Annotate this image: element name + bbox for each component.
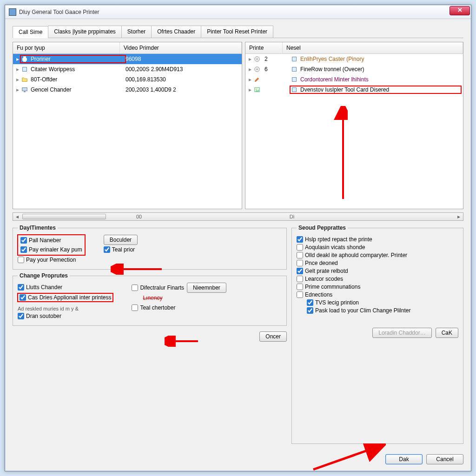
left-row-3[interactable]: ▸ Gencel Chander 200,2003 1,400D9 2	[13, 85, 242, 95]
chk-teal-prior[interactable]: Teal prior	[104, 246, 138, 253]
svg-rect-1	[23, 57, 26, 59]
chk-seoud-4[interactable]: Gelt prate relbotd	[297, 268, 458, 274]
left-row-2[interactable]: ▸ 80T-Offder 000,169.813530	[13, 74, 242, 85]
tab-pinter-reset[interactable]: Pinter Tool Reset Printer	[201, 26, 273, 38]
disc-icon	[253, 55, 261, 63]
tab-storher[interactable]: Storher	[121, 26, 152, 38]
chk-seoud-sub-1[interactable]: Pask load to your Clim Change Plilnter	[307, 307, 458, 314]
scroll-thumb[interactable]	[22, 214, 106, 219]
right-row-3[interactable]: ▸ Dvenstov Iuslpler Tool Card Disered	[245, 85, 463, 95]
chk-cas-dries[interactable]: Cas Dries Applionall inter printess	[18, 293, 113, 302]
chk-llutts-chander[interactable]: Llutts Chander	[18, 284, 113, 291]
dialog-window: Dluy General Tool Gaace Printer ✕ Call S…	[5, 5, 471, 471]
chk-pall-naneber[interactable]: Pall Naneber	[20, 237, 82, 244]
highlight-box-daytimentes: Pall Naneber Pay erinaler Kay pum	[18, 235, 85, 255]
group-change-proprutes: Change Proprutes Llutts Chander Cas Drie…	[13, 272, 287, 326]
monitor-icon	[20, 86, 29, 93]
chk-teal-chertober[interactable]: Teal chertober	[132, 304, 226, 311]
row-name: Dvenstov Iuslpler Tool Card Disered	[300, 86, 389, 93]
expand-icon[interactable]: ▸	[15, 86, 20, 93]
svg-rect-4	[22, 88, 27, 91]
tab-ofrtes[interactable]: Ofrtes Chaader	[151, 26, 201, 38]
expand-icon[interactable]: ▸	[15, 66, 20, 73]
dak-button[interactable]: Dak	[385, 454, 423, 464]
row-name: 80T-Offder	[31, 76, 57, 83]
scroll-right-arrow[interactable]: ▸	[455, 213, 463, 220]
scroll-left-arrow[interactable]: ◂	[13, 213, 21, 220]
left-row-1[interactable]: ▸ Citater Worippess 000,200S 2.90M4D913	[13, 64, 242, 74]
right-row-0[interactable]: ▸ 2 EnlihPryes Caster (Pinory	[245, 54, 463, 64]
chk-seoud-1[interactable]: Aoqulasin vicats shonde	[297, 244, 458, 251]
row-name: Cordontorenl Minter lhihints	[300, 76, 369, 83]
group-seoud-pepprattes: Seoud Pepprattes Hslp rpted repact the p…	[291, 225, 463, 444]
tab-strip: Call Sime Clasks |lysite prppimates Stor…	[13, 26, 463, 38]
close-button[interactable]: ✕	[450, 6, 470, 15]
nieemnber-button[interactable]: Nieemnber	[187, 283, 226, 293]
cak-button[interactable]: CaK	[436, 328, 458, 338]
legend-change: Change Proprutes	[18, 272, 70, 279]
expand-icon[interactable]: ▸	[247, 86, 253, 93]
col-header-left-a[interactable]: Fu por tyup	[13, 42, 120, 53]
sublabel-change: Ad reskled muries id m y &	[18, 306, 113, 311]
expand-icon[interactable]: ▸	[247, 56, 253, 62]
linency-text: Lınency	[143, 295, 226, 301]
chk-pay-erinaler[interactable]: Pay erinaler Kay pum	[20, 246, 82, 253]
chk-seoud-6[interactable]: Prime commnunations	[297, 284, 458, 290]
app-icon	[9, 8, 16, 16]
title-bar: Dluy General Tool Gaace Printer ✕	[5, 5, 471, 19]
svg-point-10	[257, 69, 258, 70]
chk-seoud-0[interactable]: Hslp rpted repact the printe	[297, 236, 458, 243]
right-row-1[interactable]: ▸ 6 FineRow tronnel (Ovecer)	[245, 64, 463, 74]
tab-clasks[interactable]: Clasks |lysite prppimates	[48, 26, 122, 38]
col-header-left-b[interactable]: Video Primder	[120, 42, 242, 53]
row-num: 6	[264, 66, 268, 73]
chk-seoud-2[interactable]: Olld deakl ite aphould comparyter. Print…	[297, 252, 458, 258]
chk-pay-pemection[interactable]: Pay your Pemection	[18, 257, 282, 263]
chk-seoud-3[interactable]: Pnce deoned	[297, 260, 458, 266]
expand-icon[interactable]: ▸	[247, 76, 253, 83]
device-list-right[interactable]: Printe Nesel ▸ 2 EnlihPryes Caster (Pino…	[245, 42, 463, 209]
device-list-left[interactable]: Fu por tyup Video Primder ▸ Proririer 96…	[13, 42, 242, 209]
row-name: Gencel Chander	[31, 86, 71, 93]
chk-dran-soutober[interactable]: Dran soutober	[18, 313, 113, 319]
row-value: 96098	[126, 56, 240, 62]
loradin-button[interactable]: Loradin Chaddor…	[372, 328, 431, 338]
horizontal-scrollbar[interactable]: ◂ 00 Dì ▸	[13, 212, 463, 221]
chk-seoud-7[interactable]: Ednections	[297, 291, 458, 298]
row-num: 2	[264, 56, 268, 62]
disc-icon	[253, 66, 261, 73]
boculder-button[interactable]: Boculder	[104, 235, 138, 245]
legend-daytimentes: DaylTimentes	[18, 225, 58, 231]
svg-rect-2	[23, 60, 26, 62]
left-row-0[interactable]: ▸ Proririer 96098	[13, 54, 242, 64]
row-value: 000,200S 2.90M4D913	[126, 66, 240, 73]
svg-rect-3	[23, 67, 27, 72]
row-value: 000,169.813530	[126, 76, 240, 83]
row-name: FineRow tronnel (Ovecer)	[300, 66, 364, 73]
cancel-button[interactable]: Cancel	[426, 454, 463, 464]
chk-difectralur[interactable]: Difectralur Finarts	[132, 284, 184, 291]
expand-icon[interactable]: ▸	[247, 66, 253, 73]
col-header-right-a[interactable]: Printe	[245, 42, 283, 53]
item-icon	[290, 86, 298, 93]
svg-point-7	[257, 59, 258, 60]
expand-icon[interactable]: ▸	[15, 76, 20, 83]
col-header-right-b[interactable]: Nesel	[283, 42, 463, 53]
scroll-label-di: Dì	[290, 214, 295, 219]
expand-icon[interactable]: ▸	[15, 56, 20, 62]
row-value: 200,2003 1,400D9 2	[126, 86, 240, 93]
tab-call-sime[interactable]: Call Sime	[13, 26, 48, 38]
folder-icon	[20, 76, 29, 83]
svg-rect-11	[292, 67, 297, 72]
svg-point-14	[256, 89, 257, 90]
right-row-2[interactable]: ▸ Cordontorenl Minter lhihints	[245, 74, 463, 85]
printer-icon	[20, 55, 29, 63]
item-icon	[290, 55, 298, 63]
svg-rect-8	[292, 57, 297, 61]
group-daytimentes: DaylTimentes Pall Naneber Pay erinaler K…	[13, 225, 287, 270]
oncer-button[interactable]: Oncer	[259, 331, 287, 342]
row-name: Citater Worippess	[31, 66, 75, 73]
chk-seoud-sub-0[interactable]: TVS lecig printion	[307, 299, 458, 306]
row-name: EnlihPryes Caster (Pinory	[300, 56, 364, 62]
chk-seoud-5[interactable]: Learcor scodes	[297, 276, 458, 282]
